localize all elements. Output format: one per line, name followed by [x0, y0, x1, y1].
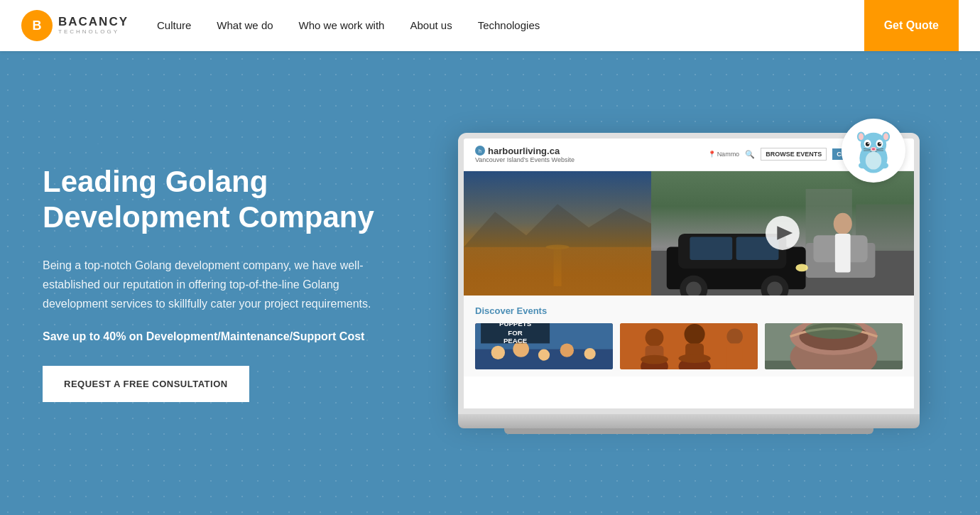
laptop-screen: h harbourliving.ca Vancouver Island's Ev…	[458, 133, 920, 414]
svg-point-69	[726, 328, 743, 345]
hero-section: Leading Golang Development Company Being…	[0, 51, 980, 515]
svg-rect-25	[464, 171, 651, 247]
brand-tagline: TECHNOLOGY	[58, 29, 129, 36]
svg-text:FOR: FOR	[508, 329, 522, 337]
site-favicon: h	[475, 146, 485, 156]
navbar: B BACANCY TECHNOLOGY Culture What we do …	[0, 0, 980, 51]
event-thumb-2	[620, 323, 758, 369]
event-image-1: PUPPETS FOR PEACE	[475, 323, 613, 369]
site-logo-tagline: Vancouver Island's Events Website	[475, 156, 575, 163]
gopher-icon	[849, 126, 898, 175]
svg-rect-70	[726, 343, 743, 369]
svg-rect-46	[835, 234, 851, 272]
discover-title: Discover Events	[475, 305, 903, 316]
event-image-2	[620, 323, 758, 369]
laptop-base	[458, 414, 920, 428]
svg-point-6	[859, 133, 864, 140]
svg-text:PEACE: PEACE	[503, 337, 528, 345]
bacancy-logo-icon: B	[21, 10, 53, 41]
svg-point-65	[685, 323, 705, 344]
nav-link-technologies[interactable]: Technologies	[478, 19, 540, 31]
svg-point-22	[866, 151, 881, 169]
site-preview: h harbourliving.ca Vancouver Island's Ev…	[464, 139, 914, 408]
gopher-mascot	[842, 119, 905, 183]
svg-rect-26	[464, 246, 651, 295]
nav-item-technologies[interactable]: Technologies	[478, 19, 540, 32]
svg-rect-29	[554, 246, 562, 286]
nav-link-culture[interactable]: Culture	[157, 19, 191, 31]
site-browse-button[interactable]: BROWSE EVENTS	[761, 148, 827, 161]
svg-point-11	[878, 142, 882, 146]
hero-title: Leading Golang Development Company	[43, 164, 412, 236]
site-logo-text: harbourliving.ca	[488, 146, 560, 156]
svg-point-51	[491, 345, 505, 359]
svg-point-55	[584, 347, 596, 359]
svg-rect-38	[690, 237, 733, 260]
svg-point-54	[560, 343, 574, 357]
brand-name: BACANCY	[58, 16, 129, 29]
svg-point-20	[859, 162, 866, 168]
laptop-wrapper: h harbourliving.ca Vancouver Island's Ev…	[458, 133, 920, 434]
svg-point-12	[868, 142, 869, 143]
svg-point-13	[879, 142, 881, 143]
laptop-foot	[504, 428, 873, 434]
site-search-icon: 🔍	[745, 150, 755, 159]
nav-link-who-we-work-with[interactable]: Who we work with	[299, 19, 385, 31]
hero-description: Being a top-notch Golang development com…	[43, 256, 383, 314]
hero-cta-button[interactable]: REQUEST A FREE CONSULTATION	[43, 366, 249, 402]
svg-point-64	[641, 354, 668, 364]
hero-right-mockup: h harbourliving.ca Vancouver Island's Ev…	[440, 133, 937, 434]
discover-section: Discover Events	[464, 296, 914, 376]
nav-left-area: B BACANCY TECHNOLOGY Culture What we do …	[21, 10, 864, 41]
car-scene-image	[651, 171, 914, 296]
site-logo-area: h harbourliving.ca Vancouver Island's Ev…	[475, 146, 575, 163]
site-location: 📍 Nammo	[708, 151, 740, 158]
site-hero-area	[464, 171, 914, 296]
pin-icon: 📍	[708, 151, 716, 158]
event-thumb-1: PUPPETS FOR PEACE	[475, 323, 613, 369]
get-quote-button[interactable]: Get Quote	[864, 0, 959, 51]
nav-item-what-we-do[interactable]: What we do	[217, 19, 273, 32]
hero-left-content: Leading Golang Development Company Being…	[43, 164, 412, 402]
svg-text:PUPPETS: PUPPETS	[499, 323, 532, 327]
svg-point-21	[881, 162, 888, 168]
svg-point-61	[646, 328, 664, 347]
svg-point-68	[678, 354, 710, 363]
svg-point-28	[546, 244, 570, 249]
svg-point-53	[538, 349, 550, 360]
svg-point-15	[872, 148, 875, 150]
site-hero-left-image	[464, 171, 651, 296]
event-thumb-3	[765, 323, 903, 369]
site-hero-right-image	[651, 171, 914, 296]
nav-item-about-us[interactable]: About us	[410, 19, 452, 32]
svg-point-7	[883, 133, 888, 140]
svg-text:B: B	[33, 18, 42, 33]
event-image-3	[765, 323, 903, 369]
hero-save-text: Save up to 40% on Development/Maintenanc…	[43, 330, 412, 343]
nav-item-who-we-work-with[interactable]: Who we work with	[299, 19, 385, 32]
svg-text:h: h	[479, 148, 481, 153]
lake-sunset-image	[464, 171, 651, 296]
svg-point-40	[796, 264, 808, 271]
nav-links: Culture What we do Who we work with Abou…	[157, 19, 540, 32]
nav-link-about-us[interactable]: About us	[410, 19, 452, 31]
svg-marker-27	[464, 204, 651, 247]
event-thumbnails: PUPPETS FOR PEACE	[475, 323, 903, 369]
nav-link-what-we-do[interactable]: What we do	[217, 19, 273, 31]
svg-point-45	[834, 212, 852, 234]
nav-item-culture[interactable]: Culture	[157, 19, 191, 32]
svg-point-10	[866, 142, 870, 146]
logo-area[interactable]: B BACANCY TECHNOLOGY	[21, 10, 129, 41]
